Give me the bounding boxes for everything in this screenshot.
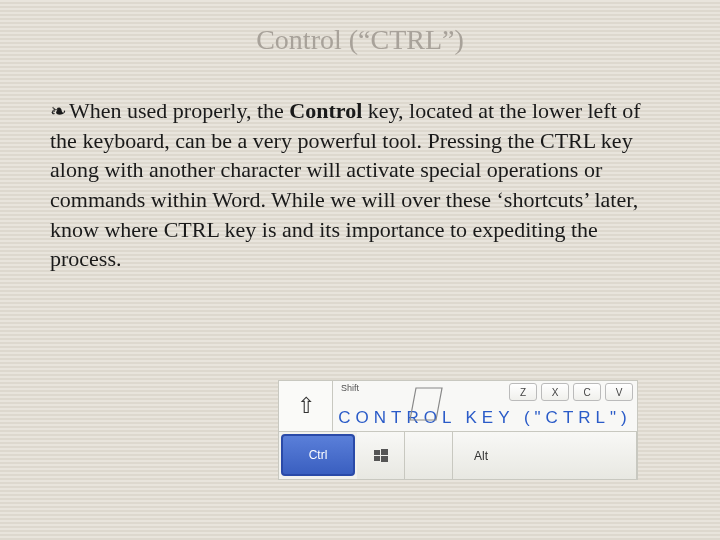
keycap-z: Z (509, 383, 537, 401)
svg-rect-0 (374, 450, 380, 455)
windows-key (357, 432, 405, 479)
svg-rect-2 (374, 456, 380, 461)
spacebar (509, 432, 637, 479)
body-post: key, located at the lower left of the ke… (50, 98, 641, 271)
bullet-glyph: ❧ (50, 100, 67, 122)
keycap-c: C (573, 383, 601, 401)
shift-arrow-key: ⇧ (279, 381, 333, 431)
top-keycaps: Z X C V (509, 383, 633, 401)
body-paragraph: ❧When used properly, the Control key, lo… (0, 56, 720, 274)
keycap-x: X (541, 383, 569, 401)
alt-key: Alt (453, 432, 509, 479)
ctrl-key: Ctrl (281, 434, 355, 476)
shift-section: Shift Z X C V CONTROL KEY ("CTRL") (333, 381, 637, 431)
body-pre: When used properly, the (69, 98, 289, 123)
shift-label: Shift (341, 383, 359, 393)
svg-rect-1 (381, 449, 388, 455)
windows-icon (373, 448, 389, 464)
keyboard-top-row: ⇧ Shift Z X C V CONTROL KEY ("CTRL") (278, 380, 638, 432)
control-key-banner: CONTROL KEY ("CTRL") (337, 408, 633, 428)
keyboard-bottom-row: Ctrl Alt (278, 432, 638, 480)
slide-title: Control (“CTRL”) (0, 0, 720, 56)
menu-key (405, 432, 453, 479)
svg-rect-3 (381, 456, 388, 462)
body-bold: Control (289, 98, 362, 123)
keycap-v: V (605, 383, 633, 401)
keyboard-illustration: ⇧ Shift Z X C V CONTROL KEY ("CTRL") Ctr… (278, 380, 638, 480)
